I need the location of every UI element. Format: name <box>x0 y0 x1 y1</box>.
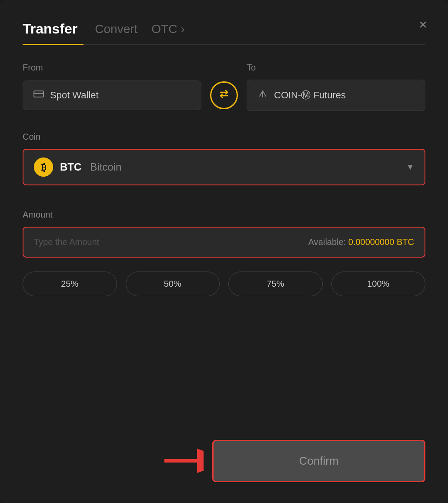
confirm-button[interactable]: Confirm <box>212 440 425 482</box>
tab-otc[interactable]: OTC › <box>151 22 184 36</box>
to-wallet-box[interactable]: COIN-Ⓜ Futures <box>247 80 425 111</box>
coin-symbol: BTC <box>60 161 81 173</box>
amount-label: Amount <box>23 210 425 220</box>
coin-section: Coin ₿ BTC Bitcoin ▼ <box>23 132 425 185</box>
chevron-down-icon: ▼ <box>406 163 414 172</box>
modal-header: Transfer Convert OTC › × <box>23 21 425 37</box>
svg-rect-1 <box>34 93 43 94</box>
coin-name: Bitcoin <box>90 161 121 173</box>
close-button[interactable]: × <box>419 17 427 31</box>
from-wallet-box[interactable]: Spot Wallet <box>23 80 201 110</box>
percent-50-button[interactable]: 50% <box>126 272 220 296</box>
transfer-modal: Transfer Convert OTC › × From To Spot Wa… <box>0 0 448 503</box>
coin-dropdown[interactable]: ₿ BTC Bitcoin ▼ <box>23 149 425 185</box>
svg-text:₿: ₿ <box>41 162 46 173</box>
labels-row: From To <box>23 63 425 73</box>
percent-75-button[interactable]: 75% <box>228 272 323 296</box>
amount-box[interactable]: Type the Amount Available: 0.00000000 BT… <box>23 227 425 258</box>
tab-convert[interactable]: Convert <box>95 22 137 36</box>
confirm-area: Confirm <box>23 440 425 482</box>
to-label: To <box>247 63 425 73</box>
wallet-row: Spot Wallet COIN-Ⓜ Futures <box>23 80 425 111</box>
swap-icon <box>218 88 230 103</box>
from-label: From <box>23 63 201 73</box>
amount-placeholder: Type the Amount <box>34 237 99 247</box>
percent-25-button[interactable]: 25% <box>23 272 117 296</box>
percent-100-button[interactable]: 100% <box>331 272 426 296</box>
tab-underline <box>23 44 425 45</box>
wallet-icon <box>33 90 44 101</box>
btc-icon: ₿ <box>34 158 53 177</box>
swap-button[interactable] <box>210 81 238 109</box>
percent-row: 25% 50% 75% 100% <box>23 272 425 296</box>
arrow-indicator <box>160 441 204 482</box>
amount-section: Amount Type the Amount Available: 0.0000… <box>23 210 425 258</box>
futures-icon <box>257 89 268 102</box>
to-wallet-label: COIN-Ⓜ Futures <box>274 89 346 102</box>
coin-label: Coin <box>23 132 425 142</box>
arrow-svg <box>160 441 204 480</box>
from-wallet-label: Spot Wallet <box>50 90 99 101</box>
available-text: Available: 0.00000000 BTC <box>308 237 414 247</box>
tab-transfer[interactable]: Transfer <box>23 21 77 37</box>
